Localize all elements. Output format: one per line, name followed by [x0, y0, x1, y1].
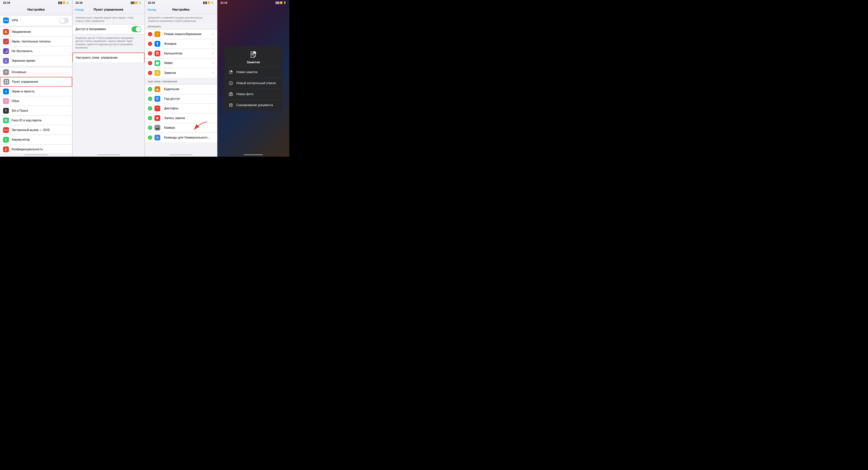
chevron-faceid: › — [68, 119, 69, 122]
panel-customize: 22:18 ▐▐▐ 📶 🔋 ‹ Назад Настройка Добавляй… — [145, 0, 217, 157]
drag-notes[interactable]: ≡ — [211, 71, 214, 75]
svg-rect-12 — [158, 53, 159, 54]
remove-notes[interactable]: − — [148, 71, 152, 75]
drag-calculator[interactable]: ≡ — [211, 52, 214, 55]
label-camera: Камера — [164, 126, 214, 129]
vpn-toggle[interactable] — [59, 18, 69, 24]
customize-section: Настроить элем. управления › — [72, 53, 145, 62]
more-cell-camera[interactable]: + 📷 Камера — [145, 123, 217, 133]
access-toggle[interactable] — [131, 26, 142, 32]
more-cell-shortcuts[interactable]: + ⚡ Команды для Универсального... — [145, 133, 217, 142]
nav-title-2: Пункт управления — [94, 8, 123, 11]
cell-label-sounds: Звуки, тактильные сигналы — [11, 40, 67, 43]
label-accessibility: Гид-доступ — [164, 97, 214, 100]
settings-cell-control-center[interactable]: Пункт управления › — [0, 77, 72, 87]
cell-label-privacy: Конфиденциальность — [11, 148, 67, 151]
more-cell-voicememo[interactable]: + Диктофон — [145, 104, 217, 113]
notes-menu-checklist[interactable]: Новый контрольный список — [224, 78, 282, 89]
more-cell-screenrecord[interactable]: + ⏺ Запись экрана — [145, 113, 217, 123]
settings-cell-privacy[interactable]: ✋ Конфиденциальность › — [0, 145, 72, 153]
chevron-battery: › — [68, 138, 69, 141]
add-camera[interactable]: + — [148, 126, 152, 130]
settings-cell-notifications[interactable]: 🔔 Уведомления › — [0, 27, 72, 37]
settings-cell-wallpaper[interactable]: 🌸 Обои › — [0, 96, 72, 106]
settings-section-notifications: 🔔 Уведомления › 🔊 Звуки, тактильные сигн… — [0, 27, 72, 66]
more-cell-alarm[interactable]: + ⏰ Будильник — [145, 85, 217, 94]
remove-flashlight[interactable]: − — [148, 42, 152, 46]
include-cell-notes[interactable]: − Заметки ≡ — [145, 68, 217, 78]
access-description: Разрешить доступ к Пункту управления в п… — [72, 34, 145, 51]
more-cell-accessibility[interactable]: + ♿ Гид-доступ — [145, 94, 217, 104]
settings-cell-screentime[interactable]: ⏳ Экранное время › — [0, 56, 72, 66]
home-indicator-3 — [145, 153, 217, 157]
drag-wallet[interactable]: ≡ — [211, 61, 214, 65]
include-cell-wallet[interactable]: − Wallet ≡ — [145, 58, 217, 68]
notes-large-icon — [248, 50, 258, 59]
cell-label-faceid: Face ID и код-пароль — [11, 119, 67, 122]
sos-icon: SOS — [3, 127, 9, 133]
settings-list[interactable]: VPN VPN 🔔 Уведомления › 🔊 Звуки, тактиль… — [0, 14, 72, 153]
back-button-2[interactable]: ‹ Назад — [74, 8, 84, 11]
svg-rect-9 — [156, 52, 159, 53]
remove-power-save[interactable]: − — [148, 32, 152, 36]
back-button-3[interactable]: ‹ Назад — [146, 8, 156, 11]
chevron-general: › — [68, 70, 69, 74]
include-cell-calculator[interactable]: − Калькулятор ≡ — [145, 49, 217, 58]
add-screenrecord[interactable]: + — [148, 116, 152, 120]
settings-cell-general[interactable]: ⚙ Основные › — [0, 67, 72, 77]
notes-menu-photo[interactable]: Новое фото — [224, 89, 282, 100]
settings-cell-vpn[interactable]: VPN VPN — [0, 16, 72, 25]
svg-point-29 — [229, 81, 232, 85]
settings-cell-dnd[interactable]: 🌙 Не беспокоить › — [0, 46, 72, 56]
notes-menu-new-note[interactable]: Новая заметка — [224, 67, 282, 78]
nav-title-1: Настройки — [27, 8, 45, 11]
include-cell-flashlight[interactable]: − Фонарик ≡ — [145, 39, 217, 49]
svg-point-4 — [5, 119, 7, 122]
access-cell[interactable]: Доступ в программах — [72, 25, 145, 34]
wallpaper-icon: 🌸 — [3, 98, 9, 104]
add-alarm[interactable]: + — [148, 87, 152, 91]
cell-label-general: Основные — [11, 70, 67, 74]
settings-cell-battery[interactable]: 🔋 Аккумулятор › — [0, 135, 72, 145]
customize-chevron: › — [140, 56, 141, 59]
label-power-save: Режим энергосбережения — [164, 32, 211, 36]
chevron-display: › — [68, 90, 69, 93]
svg-rect-10 — [156, 53, 157, 54]
calculator-icon — [155, 51, 160, 56]
drag-power-save[interactable]: ≡ — [211, 32, 214, 36]
remove-calculator[interactable]: − — [148, 51, 152, 56]
settings-cell-faceid[interactable]: Face ID и код-пароль › — [0, 116, 72, 125]
scan-doc-icon — [228, 102, 234, 108]
panel-control-center: 22:18 ▐▐▐ 📶 🔋 ‹ Назад Пункт управления С… — [72, 0, 145, 157]
status-icons-4: ▐▐▐ 📶 🔋 — [275, 1, 286, 4]
settings-cell-sos[interactable]: SOS Экстренный вызов — SOS › — [0, 125, 72, 135]
chevron-sounds: › — [68, 40, 69, 43]
battery-icon: 🔋 — [66, 1, 69, 4]
sounds-icon: 🔊 — [3, 38, 9, 45]
panel2-content: Смахните вниз с верхней правой части экр… — [72, 14, 145, 153]
chevron-dnd: › — [68, 50, 69, 53]
settings-cell-display[interactable]: A Экран и яркость › — [0, 87, 72, 96]
cell-label-wallpaper: Обои — [11, 99, 67, 103]
label-screenrecord: Запись экрана — [164, 116, 214, 120]
drag-flashlight[interactable]: ≡ — [211, 42, 214, 46]
add-shortcuts[interactable]: + — [148, 136, 152, 140]
include-cell-power-save[interactable]: − ⚡ Режим энергосбережения ≡ — [145, 30, 217, 39]
remove-wallet[interactable]: − — [148, 61, 152, 65]
flashlight-icon — [155, 41, 160, 47]
settings-cell-sounds[interactable]: 🔊 Звуки, тактильные сигналы › — [0, 37, 72, 46]
status-bar-2: 22:18 ▐▐▐ 📶 🔋 — [72, 0, 145, 5]
label-shortcuts: Команды для Универсального... — [164, 136, 214, 139]
settings-cell-siri[interactable]: 🎙 Siri и Поиск › — [0, 106, 72, 116]
nav-bar-2: ‹ Назад Пункт управления — [72, 5, 145, 14]
add-voicememo[interactable]: + — [148, 106, 152, 111]
new-photo-icon — [228, 91, 234, 97]
svg-marker-7 — [157, 42, 158, 43]
label-flashlight: Фонарик — [164, 42, 211, 46]
faceid-icon — [3, 117, 9, 123]
panel3-content: Добавляйте и изменяйте порядок дополните… — [145, 14, 217, 153]
notes-menu-scan[interactable]: Сканирование документа — [224, 100, 282, 111]
add-accessibility[interactable]: + — [148, 97, 152, 101]
svg-rect-1 — [7, 80, 8, 81]
customize-cell[interactable]: Настроить элем. управления › — [72, 53, 145, 62]
